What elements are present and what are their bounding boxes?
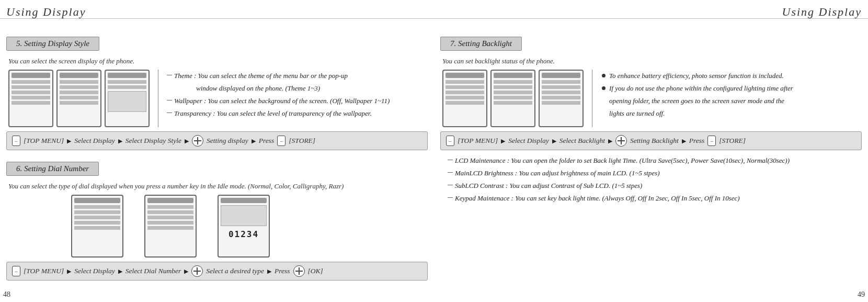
page-title-left: Using Display bbox=[6, 5, 428, 19]
page-right: Using Display 7. Setting Backlight You c… bbox=[434, 0, 868, 302]
menu-key-icon: – bbox=[12, 266, 20, 276]
desc-item: Theme : You can select the theme of the … bbox=[167, 70, 390, 82]
desc-item: LCD Maintenance : You can open the folde… bbox=[448, 154, 862, 167]
nav-step: [TOP MENU] bbox=[24, 137, 64, 145]
nav-step: Select Dial Number bbox=[125, 267, 181, 275]
vertical-separator bbox=[158, 70, 158, 127]
menu-key-icon: – bbox=[12, 136, 20, 146]
nav-step: Select Display bbox=[508, 137, 549, 145]
desc-item: MainLCD Brightness : You can adjust brig… bbox=[448, 167, 862, 180]
section-heading-6: 6. Setting Dial Number bbox=[6, 162, 99, 176]
section-6-row: 01234 bbox=[8, 195, 428, 258]
bullet-item: opening folder, the screen goes to the s… bbox=[601, 95, 793, 107]
page-left: Using Display 5. Setting Display Style Y… bbox=[0, 0, 434, 302]
menu-key-icon: – bbox=[277, 136, 285, 146]
nav-step: [TOP MENU] bbox=[24, 267, 64, 275]
desc-item: Transparency : You can select the level … bbox=[167, 107, 390, 120]
chevron-right-icon: ▶ bbox=[267, 268, 271, 275]
nav-step: [STORE] bbox=[289, 137, 315, 145]
menu-key-icon: – bbox=[707, 136, 716, 146]
dial-digits: 01234 bbox=[221, 229, 267, 239]
section-5-row: Theme : You can select the theme of the … bbox=[8, 70, 428, 127]
dpad-icon bbox=[615, 135, 627, 147]
nav-step: Select Display bbox=[74, 267, 115, 275]
chevron-right-icon: ▶ bbox=[185, 138, 189, 144]
dpad-icon bbox=[191, 265, 203, 277]
section-6-screens: 01234 bbox=[71, 195, 270, 258]
phone-screen bbox=[442, 70, 487, 127]
nav-step: [OK] bbox=[308, 267, 323, 275]
bullet-item: To enhance battery efficiency, photo sen… bbox=[601, 70, 793, 82]
section-7-screens bbox=[442, 70, 584, 127]
nav-sequence-7: – [TOP MENU] ▶ Select Display ▶ Select B… bbox=[440, 131, 862, 150]
menu-key-icon: – bbox=[446, 136, 454, 146]
phone-screen bbox=[539, 70, 584, 127]
section-7-intro: You can set backlight status of the phon… bbox=[442, 57, 862, 65]
nav-step: Select Display Style bbox=[125, 137, 181, 145]
desc-item: window displayed on the phone. (Theme 1~… bbox=[167, 82, 390, 95]
nav-step: [TOP MENU] bbox=[458, 137, 498, 145]
page-title-right: Using Display bbox=[440, 5, 862, 19]
chevron-right-icon: ▶ bbox=[118, 268, 122, 275]
phone-screen bbox=[490, 70, 535, 127]
chevron-right-icon: ▶ bbox=[682, 138, 686, 144]
divider bbox=[434, 18, 868, 19]
vertical-separator bbox=[592, 70, 592, 127]
chevron-right-icon: ▶ bbox=[184, 268, 188, 275]
nav-step: Press bbox=[259, 137, 275, 145]
nav-step: Press bbox=[275, 267, 290, 275]
chevron-right-icon: ▶ bbox=[67, 268, 71, 275]
section-7-row: To enhance battery efficiency, photo sen… bbox=[442, 70, 862, 127]
phone-screen bbox=[71, 195, 123, 258]
nav-step: Setting display bbox=[207, 137, 248, 145]
phone-screen: 01234 bbox=[218, 195, 270, 258]
section-7-bullets: To enhance battery efficiency, photo sen… bbox=[601, 70, 793, 120]
desc-item: Keypad Maintenace : You can set key back… bbox=[448, 192, 862, 205]
nav-sequence-6: – [TOP MENU] ▶ Select Display ▶ Select D… bbox=[6, 262, 428, 281]
section-5-screens bbox=[8, 70, 150, 127]
desc-item: SubLCD Contrast : You can adjust Contras… bbox=[448, 180, 862, 192]
nav-step: Press bbox=[689, 137, 705, 145]
phone-screen bbox=[8, 70, 53, 127]
bullet-item: If you do not use the phone within the c… bbox=[601, 82, 793, 95]
divider bbox=[0, 18, 434, 19]
chevron-right-icon: ▶ bbox=[118, 138, 122, 144]
center-key-icon bbox=[293, 265, 305, 277]
section-5-intro: You can select the screen display of the… bbox=[8, 57, 428, 65]
chevron-right-icon: ▶ bbox=[252, 138, 256, 144]
page-number: 48 bbox=[3, 290, 10, 299]
nav-step: [STORE] bbox=[719, 137, 746, 145]
nav-step: Setting Backlight bbox=[630, 137, 679, 145]
phone-screen bbox=[105, 70, 150, 127]
nav-step: Select Backlight bbox=[559, 137, 605, 145]
nav-sequence-5: – [TOP MENU] ▶ Select Display ▶ Select D… bbox=[6, 131, 428, 150]
nav-step: Select a desired type bbox=[206, 267, 264, 275]
chevron-right-icon: ▶ bbox=[608, 138, 612, 144]
page-number: 49 bbox=[858, 290, 865, 299]
section-7-subitems: LCD Maintenance : You can open the folde… bbox=[448, 154, 862, 205]
chevron-right-icon: ▶ bbox=[552, 138, 556, 144]
section-heading-7: 7. Setting Backlight bbox=[440, 37, 522, 51]
section-heading-5: 5. Setting Display Style bbox=[6, 37, 99, 51]
phone-screen bbox=[56, 70, 101, 127]
section-6-intro: You can select the type of dial displaye… bbox=[8, 182, 428, 191]
nav-step: Select Display bbox=[74, 137, 115, 145]
desc-item: Wallpaper : You can select the backgroun… bbox=[167, 95, 390, 107]
chevron-right-icon: ▶ bbox=[501, 138, 505, 144]
bullet-item: lights are turned off. bbox=[601, 107, 793, 120]
phone-screen bbox=[144, 195, 197, 258]
dpad-icon bbox=[192, 135, 203, 147]
section-5-desc: Theme : You can select the theme of the … bbox=[167, 70, 390, 120]
chevron-right-icon: ▶ bbox=[67, 138, 71, 144]
